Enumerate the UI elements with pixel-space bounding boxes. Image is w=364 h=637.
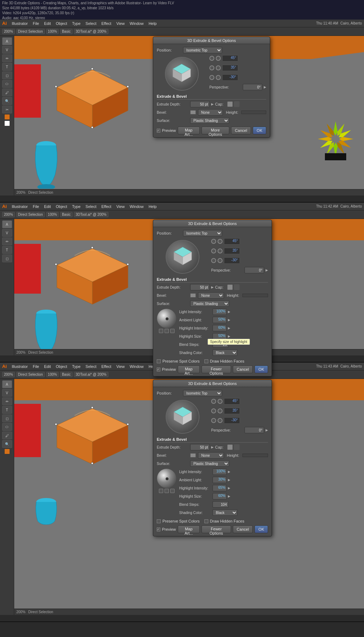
select-tool-2[interactable]: A: [2, 220, 12, 228]
light-btn-add-3[interactable]: [159, 489, 163, 493]
preview-checkbox-1[interactable]: ✓: [157, 129, 160, 133]
light-btn-move-3[interactable]: [170, 489, 175, 493]
brush-tool-1[interactable]: 🖊: [2, 89, 12, 96]
menu-type-1[interactable]: Type: [70, 21, 83, 26]
extrude-depth-input-1[interactable]: [190, 101, 210, 107]
direct-select-tool-2[interactable]: V: [2, 229, 12, 237]
fewer-options-button-2[interactable]: Fewer Options: [202, 365, 231, 373]
angle-dial-y-3[interactable]: [211, 408, 216, 413]
stroke-color-1[interactable]: [4, 121, 10, 126]
bevel-color-swatch-1[interactable]: [190, 110, 196, 114]
bevel-swatch-2[interactable]: [190, 293, 196, 298]
preserve-spot-chk-3[interactable]: [157, 519, 161, 523]
angle-radio-x-2[interactable]: [218, 239, 223, 244]
angle-dial-x-2[interactable]: [211, 239, 216, 244]
highlight-intensity-val-2[interactable]: 60%: [213, 325, 227, 331]
cap-btn-hollow-3[interactable]: [234, 444, 240, 450]
cap-btn-hollow-2[interactable]: [234, 284, 240, 290]
map-art-button-3[interactable]: Map Art...: [178, 525, 200, 533]
direct-select-tool-3[interactable]: V: [2, 389, 12, 397]
pen-tool-2[interactable]: ✏: [2, 237, 12, 245]
menu-effect-3[interactable]: Effect: [99, 364, 113, 369]
menu-type-3[interactable]: Type: [70, 364, 83, 369]
zoom-tool-3[interactable]: 🔍: [2, 440, 12, 448]
bevel-select-1[interactable]: None: [198, 109, 223, 116]
highlight-size-arrow-2[interactable]: ▶: [228, 334, 230, 338]
draw-hidden-chk-2[interactable]: [204, 359, 208, 363]
cancel-button-1[interactable]: Cancel: [231, 127, 251, 134]
light-intensity-val-2[interactable]: 100%: [213, 309, 227, 315]
menu-edit-3[interactable]: Edit: [42, 364, 53, 369]
menu-effect-2[interactable]: Effect: [99, 204, 113, 209]
height-slider-3[interactable]: [242, 454, 268, 457]
menu-help-1[interactable]: Help: [146, 21, 159, 26]
perspective-input-2[interactable]: [245, 267, 264, 273]
menu-select-3[interactable]: Select: [84, 364, 99, 369]
extrude-depth-input-2[interactable]: [190, 284, 210, 290]
file-tab-2[interactable]: 3DTool.ai* @ 200%: [74, 212, 108, 217]
cancel-button-2[interactable]: Cancel: [233, 365, 253, 373]
light-btn-remove-2[interactable]: [165, 329, 169, 333]
menu-window-3[interactable]: Window: [128, 364, 146, 369]
highlight-intensity-val-3[interactable]: 65%: [213, 485, 227, 491]
height-slider-1[interactable]: [241, 111, 266, 114]
rect-tool-3[interactable]: ◻: [2, 414, 12, 422]
ellipse-tool-3[interactable]: ⬭: [2, 423, 12, 431]
position-select-1[interactable]: Isometric Top: [183, 47, 222, 53]
menu-illustrator-3[interactable]: Illustrator: [10, 364, 30, 369]
extrude-depth-input-3[interactable]: [190, 444, 210, 450]
type-tool-2[interactable]: T: [2, 246, 12, 254]
menu-object-3[interactable]: Object: [54, 364, 69, 369]
brush-style-3[interactable]: Basic: [60, 372, 72, 377]
highlight-intensity-arrow-3[interactable]: ▶: [228, 486, 230, 490]
ambient-light-val-3[interactable]: 30%: [213, 477, 227, 483]
menu-object-2[interactable]: Object: [54, 204, 69, 209]
position-select-2[interactable]: Isometric Top: [183, 230, 222, 236]
ambient-light-arrow-3[interactable]: ▶: [228, 478, 230, 482]
angle-radio-x-1[interactable]: [216, 56, 221, 61]
light-intensity-val-3[interactable]: 100%: [213, 469, 227, 475]
ok-button-3[interactable]: OK: [255, 525, 268, 533]
angle-dial-z-2[interactable]: [211, 258, 216, 263]
preview-chk-2[interactable]: ✓: [157, 368, 160, 371]
menu-file-3[interactable]: File: [31, 364, 41, 369]
light-intensity-arrow-2[interactable]: ▶: [228, 310, 230, 314]
cube-preview-3[interactable]: [166, 400, 199, 434]
perspective-input-1[interactable]: [243, 84, 262, 90]
selection-mode-1[interactable]: Direct Selection: [16, 29, 45, 34]
menu-file-2[interactable]: File: [31, 204, 41, 209]
cap-btn-solid-2[interactable]: [227, 284, 233, 290]
menu-view-1[interactable]: View: [114, 21, 127, 26]
angle-dial-y-2[interactable]: [211, 248, 216, 253]
extrude-depth-arrow-3[interactable]: ▶: [211, 445, 214, 449]
preserve-spot-chk-2[interactable]: [157, 359, 161, 363]
menu-illustrator-2[interactable]: Illustrator: [10, 204, 30, 209]
pen-tool-1[interactable]: ✏: [2, 54, 12, 62]
zoom-level-2[interactable]: 200%: [2, 212, 15, 217]
menu-view-2[interactable]: View: [114, 204, 127, 209]
direct-select-tool-1[interactable]: V: [2, 46, 12, 54]
position-select-3[interactable]: Isometric Top: [183, 390, 222, 396]
selection-mode-3[interactable]: Direct Selection: [16, 372, 45, 377]
cancel-button-3[interactable]: Cancel: [233, 525, 253, 533]
menu-window-1[interactable]: Window: [128, 21, 146, 26]
menu-file-1[interactable]: File: [31, 21, 41, 26]
angle-radio-z-3[interactable]: [218, 418, 223, 423]
angle-radio-y-2[interactable]: [218, 248, 223, 253]
ok-button-2[interactable]: OK: [255, 365, 268, 373]
zoom-level-1[interactable]: 200%: [2, 29, 15, 34]
highlight-size-val-3[interactable]: 60%: [213, 493, 227, 499]
angle-dial-z-3[interactable]: [211, 418, 216, 423]
cube-preview-1[interactable]: [165, 57, 199, 91]
fill-color-1[interactable]: [4, 114, 10, 120]
cap-btn-solid-3[interactable]: [227, 444, 233, 450]
menu-help-2[interactable]: Help: [146, 204, 159, 209]
map-art-button-2[interactable]: Map Art...: [178, 365, 200, 373]
angle-dial-y-1[interactable]: [209, 65, 214, 70]
angle-radio-y-3[interactable]: [218, 408, 223, 413]
bevel-swatch-3[interactable]: [190, 453, 196, 457]
blend-steps-val-3[interactable]: 104: [213, 501, 229, 508]
pen-tool-3[interactable]: ✏: [2, 397, 12, 405]
light-sphere-3[interactable]: [157, 469, 176, 488]
height-slider-2[interactable]: [242, 294, 268, 297]
